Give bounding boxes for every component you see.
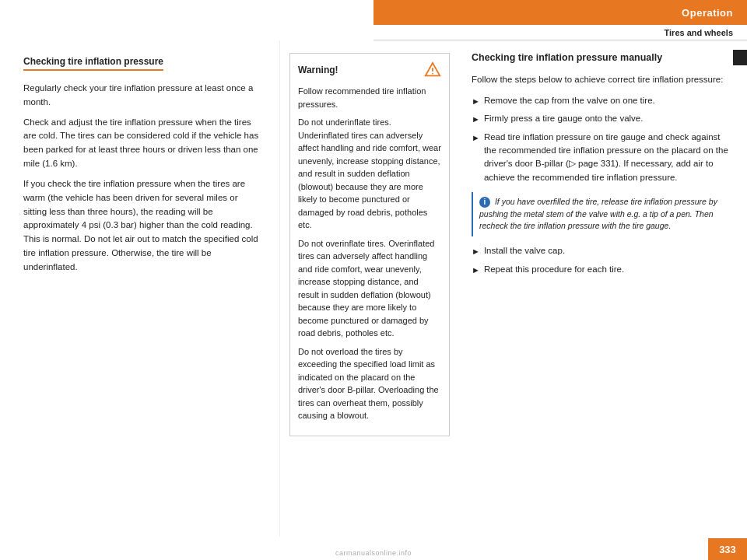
final-step-1: ► Install the valve cap. <box>472 244 733 258</box>
main-content: Checking tire inflation pressure Regular… <box>0 40 747 537</box>
warning-header: Warning! <box>298 61 441 79</box>
step-3-arrow: ► <box>472 131 480 145</box>
header-orange-bar: Operation <box>374 0 747 25</box>
svg-point-2 <box>432 73 433 75</box>
step-3-text: Read tire inflation pressure on tire gau… <box>484 131 733 184</box>
step-1-text: Remove the cap from the valve on one tir… <box>484 94 655 107</box>
right-column: Checking tire inflation pressure manuall… <box>459 40 747 537</box>
subsection-title: Tires and wheels <box>665 28 733 37</box>
warning-para-1: Follow recommended tire inflation pressu… <box>298 85 441 110</box>
warning-para-2: Do not underinflate tires. Underinflated… <box>298 116 441 232</box>
page-number: 333 <box>719 544 736 555</box>
left-para-1: Regularly check your tire inflation pres… <box>23 82 262 110</box>
warning-box: Warning! Follow recommended tire inflati… <box>289 53 450 436</box>
warning-triangle-icon <box>424 61 441 79</box>
page-header: Operation Tires and wheels <box>0 0 747 40</box>
info-text: If you have overfilled the tire, release… <box>479 197 717 231</box>
right-section-title: Checking tire inflation pressure manuall… <box>472 51 733 65</box>
info-box: i If you have overfilled the tire, relea… <box>472 192 733 236</box>
step-2: ► Firmly press a tire gauge onto the val… <box>472 112 733 126</box>
info-icon: i <box>479 197 490 208</box>
middle-column: Warning! Follow recommended tire inflati… <box>280 40 459 537</box>
final-step-2-text: Repeat this procedure for each tire. <box>484 263 624 276</box>
section-title-header: Operation <box>682 7 733 19</box>
final-step-2-arrow: ► <box>472 264 480 277</box>
warning-label: Warning! <box>298 65 338 75</box>
step-1: ► Remove the cap from the valve on one t… <box>472 94 733 108</box>
left-body-text: Regularly check your tire inflation pres… <box>23 82 262 275</box>
warning-para-4: Do not overload the tires by exceeding t… <box>298 345 441 422</box>
final-step-1-arrow: ► <box>472 245 480 258</box>
final-step-1-text: Install the valve cap. <box>484 244 565 257</box>
final-steps-list: ► Install the valve cap. ► Repeat this p… <box>472 244 733 276</box>
step-3: ► Read tire inflation pressure on tire g… <box>472 131 733 184</box>
left-para-2: Check and adjust the tire inflation pres… <box>23 116 262 171</box>
step-2-arrow: ► <box>472 113 480 126</box>
step-2-text: Firmly press a tire gauge onto the valve… <box>484 112 644 125</box>
page-number-box: 333 <box>708 538 747 560</box>
main-steps-list: ► Remove the cap from the valve on one t… <box>472 94 733 184</box>
watermark: carmanualsonline.info <box>335 549 412 557</box>
right-intro: Follow the steps below to achieve correc… <box>472 73 733 86</box>
step-1-arrow: ► <box>472 95 480 108</box>
left-para-3: If you check the tire inflation pressure… <box>23 177 262 275</box>
left-section-title: Checking tire inflation pressure <box>23 56 163 71</box>
warning-para-3: Do not overinflate tires. Overinflated t… <box>298 237 441 340</box>
header-subsection-bar: Tires and wheels <box>374 25 747 40</box>
left-column: Checking tire inflation pressure Regular… <box>0 40 280 537</box>
final-step-2: ► Repeat this procedure for each tire. <box>472 263 733 277</box>
warning-body: Follow recommended tire inflation pressu… <box>298 85 441 422</box>
